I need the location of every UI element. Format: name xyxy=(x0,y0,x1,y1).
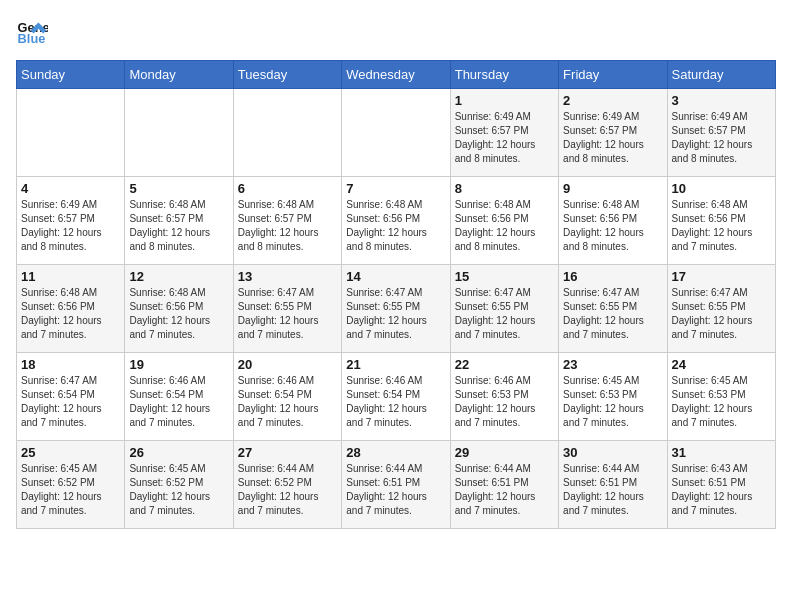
calendar-cell: 18Sunrise: 6:47 AMSunset: 6:54 PMDayligh… xyxy=(17,353,125,441)
day-number: 3 xyxy=(672,93,771,108)
calendar-cell: 31Sunrise: 6:43 AMSunset: 6:51 PMDayligh… xyxy=(667,441,775,529)
day-info: Sunrise: 6:48 AMSunset: 6:56 PMDaylight:… xyxy=(672,198,771,254)
day-number: 13 xyxy=(238,269,337,284)
svg-text:Blue: Blue xyxy=(18,31,46,46)
calendar-cell: 16Sunrise: 6:47 AMSunset: 6:55 PMDayligh… xyxy=(559,265,667,353)
day-number: 20 xyxy=(238,357,337,372)
day-number: 6 xyxy=(238,181,337,196)
day-number: 10 xyxy=(672,181,771,196)
day-number: 29 xyxy=(455,445,554,460)
day-info: Sunrise: 6:48 AMSunset: 6:56 PMDaylight:… xyxy=(455,198,554,254)
day-info: Sunrise: 6:48 AMSunset: 6:56 PMDaylight:… xyxy=(563,198,662,254)
calendar-cell: 14Sunrise: 6:47 AMSunset: 6:55 PMDayligh… xyxy=(342,265,450,353)
day-number: 15 xyxy=(455,269,554,284)
calendar-cell: 30Sunrise: 6:44 AMSunset: 6:51 PMDayligh… xyxy=(559,441,667,529)
day-number: 4 xyxy=(21,181,120,196)
calendar-cell: 25Sunrise: 6:45 AMSunset: 6:52 PMDayligh… xyxy=(17,441,125,529)
calendar-header-row: SundayMondayTuesdayWednesdayThursdayFrid… xyxy=(17,61,776,89)
page-header: General Blue xyxy=(16,16,776,48)
calendar-cell: 17Sunrise: 6:47 AMSunset: 6:55 PMDayligh… xyxy=(667,265,775,353)
day-number: 8 xyxy=(455,181,554,196)
calendar-header-thursday: Thursday xyxy=(450,61,558,89)
day-info: Sunrise: 6:46 AMSunset: 6:54 PMDaylight:… xyxy=(129,374,228,430)
calendar-week-5: 25Sunrise: 6:45 AMSunset: 6:52 PMDayligh… xyxy=(17,441,776,529)
calendar-cell: 4Sunrise: 6:49 AMSunset: 6:57 PMDaylight… xyxy=(17,177,125,265)
day-number: 19 xyxy=(129,357,228,372)
day-info: Sunrise: 6:45 AMSunset: 6:53 PMDaylight:… xyxy=(563,374,662,430)
day-info: Sunrise: 6:44 AMSunset: 6:51 PMDaylight:… xyxy=(455,462,554,518)
calendar-cell xyxy=(125,89,233,177)
calendar-cell: 23Sunrise: 6:45 AMSunset: 6:53 PMDayligh… xyxy=(559,353,667,441)
day-info: Sunrise: 6:44 AMSunset: 6:51 PMDaylight:… xyxy=(563,462,662,518)
day-info: Sunrise: 6:49 AMSunset: 6:57 PMDaylight:… xyxy=(563,110,662,166)
day-info: Sunrise: 6:49 AMSunset: 6:57 PMDaylight:… xyxy=(21,198,120,254)
day-info: Sunrise: 6:47 AMSunset: 6:55 PMDaylight:… xyxy=(563,286,662,342)
day-info: Sunrise: 6:46 AMSunset: 6:54 PMDaylight:… xyxy=(238,374,337,430)
calendar-header-sunday: Sunday xyxy=(17,61,125,89)
calendar-cell: 2Sunrise: 6:49 AMSunset: 6:57 PMDaylight… xyxy=(559,89,667,177)
calendar-cell: 7Sunrise: 6:48 AMSunset: 6:56 PMDaylight… xyxy=(342,177,450,265)
calendar-header-monday: Monday xyxy=(125,61,233,89)
calendar-cell xyxy=(342,89,450,177)
calendar-cell: 27Sunrise: 6:44 AMSunset: 6:52 PMDayligh… xyxy=(233,441,341,529)
calendar-cell: 13Sunrise: 6:47 AMSunset: 6:55 PMDayligh… xyxy=(233,265,341,353)
day-info: Sunrise: 6:47 AMSunset: 6:55 PMDaylight:… xyxy=(455,286,554,342)
calendar-cell: 5Sunrise: 6:48 AMSunset: 6:57 PMDaylight… xyxy=(125,177,233,265)
day-number: 17 xyxy=(672,269,771,284)
logo: General Blue xyxy=(16,16,52,48)
calendar-cell: 22Sunrise: 6:46 AMSunset: 6:53 PMDayligh… xyxy=(450,353,558,441)
calendar-cell xyxy=(233,89,341,177)
day-number: 25 xyxy=(21,445,120,460)
day-info: Sunrise: 6:45 AMSunset: 6:52 PMDaylight:… xyxy=(129,462,228,518)
calendar-cell: 24Sunrise: 6:45 AMSunset: 6:53 PMDayligh… xyxy=(667,353,775,441)
day-info: Sunrise: 6:48 AMSunset: 6:57 PMDaylight:… xyxy=(129,198,228,254)
day-number: 2 xyxy=(563,93,662,108)
day-number: 9 xyxy=(563,181,662,196)
calendar-week-4: 18Sunrise: 6:47 AMSunset: 6:54 PMDayligh… xyxy=(17,353,776,441)
day-number: 24 xyxy=(672,357,771,372)
day-number: 5 xyxy=(129,181,228,196)
calendar-cell: 21Sunrise: 6:46 AMSunset: 6:54 PMDayligh… xyxy=(342,353,450,441)
day-info: Sunrise: 6:49 AMSunset: 6:57 PMDaylight:… xyxy=(672,110,771,166)
day-info: Sunrise: 6:47 AMSunset: 6:55 PMDaylight:… xyxy=(238,286,337,342)
calendar-cell: 28Sunrise: 6:44 AMSunset: 6:51 PMDayligh… xyxy=(342,441,450,529)
calendar-cell: 12Sunrise: 6:48 AMSunset: 6:56 PMDayligh… xyxy=(125,265,233,353)
day-number: 1 xyxy=(455,93,554,108)
day-number: 22 xyxy=(455,357,554,372)
calendar-cell: 29Sunrise: 6:44 AMSunset: 6:51 PMDayligh… xyxy=(450,441,558,529)
calendar-cell xyxy=(17,89,125,177)
day-info: Sunrise: 6:43 AMSunset: 6:51 PMDaylight:… xyxy=(672,462,771,518)
calendar-cell: 9Sunrise: 6:48 AMSunset: 6:56 PMDaylight… xyxy=(559,177,667,265)
day-info: Sunrise: 6:48 AMSunset: 6:57 PMDaylight:… xyxy=(238,198,337,254)
day-number: 16 xyxy=(563,269,662,284)
calendar-cell: 15Sunrise: 6:47 AMSunset: 6:55 PMDayligh… xyxy=(450,265,558,353)
day-number: 30 xyxy=(563,445,662,460)
day-number: 26 xyxy=(129,445,228,460)
calendar-week-1: 1Sunrise: 6:49 AMSunset: 6:57 PMDaylight… xyxy=(17,89,776,177)
day-info: Sunrise: 6:45 AMSunset: 6:52 PMDaylight:… xyxy=(21,462,120,518)
day-info: Sunrise: 6:47 AMSunset: 6:55 PMDaylight:… xyxy=(672,286,771,342)
calendar-header-tuesday: Tuesday xyxy=(233,61,341,89)
day-info: Sunrise: 6:49 AMSunset: 6:57 PMDaylight:… xyxy=(455,110,554,166)
calendar-header-friday: Friday xyxy=(559,61,667,89)
day-info: Sunrise: 6:44 AMSunset: 6:51 PMDaylight:… xyxy=(346,462,445,518)
calendar-cell: 10Sunrise: 6:48 AMSunset: 6:56 PMDayligh… xyxy=(667,177,775,265)
day-info: Sunrise: 6:46 AMSunset: 6:53 PMDaylight:… xyxy=(455,374,554,430)
calendar-cell: 19Sunrise: 6:46 AMSunset: 6:54 PMDayligh… xyxy=(125,353,233,441)
day-info: Sunrise: 6:47 AMSunset: 6:54 PMDaylight:… xyxy=(21,374,120,430)
calendar-header-saturday: Saturday xyxy=(667,61,775,89)
calendar-cell: 11Sunrise: 6:48 AMSunset: 6:56 PMDayligh… xyxy=(17,265,125,353)
day-number: 12 xyxy=(129,269,228,284)
logo-icon: General Blue xyxy=(16,16,48,48)
calendar-week-3: 11Sunrise: 6:48 AMSunset: 6:56 PMDayligh… xyxy=(17,265,776,353)
calendar-cell: 1Sunrise: 6:49 AMSunset: 6:57 PMDaylight… xyxy=(450,89,558,177)
day-info: Sunrise: 6:46 AMSunset: 6:54 PMDaylight:… xyxy=(346,374,445,430)
calendar-cell: 8Sunrise: 6:48 AMSunset: 6:56 PMDaylight… xyxy=(450,177,558,265)
day-number: 27 xyxy=(238,445,337,460)
day-info: Sunrise: 6:45 AMSunset: 6:53 PMDaylight:… xyxy=(672,374,771,430)
day-number: 28 xyxy=(346,445,445,460)
day-number: 21 xyxy=(346,357,445,372)
day-info: Sunrise: 6:48 AMSunset: 6:56 PMDaylight:… xyxy=(346,198,445,254)
day-number: 18 xyxy=(21,357,120,372)
calendar-table: SundayMondayTuesdayWednesdayThursdayFrid… xyxy=(16,60,776,529)
